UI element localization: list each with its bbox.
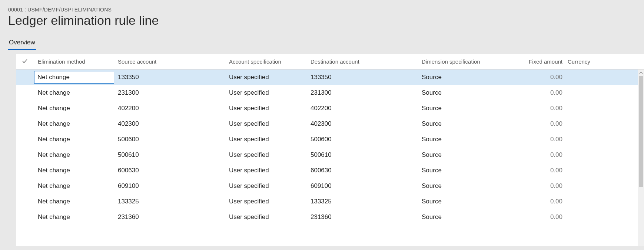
col-header-source-account[interactable]: Source account <box>116 58 228 65</box>
cell-account-specification[interactable]: User specified <box>228 151 309 159</box>
cell-account-specification[interactable]: User specified <box>228 213 309 221</box>
page-title: Ledger elimination rule line <box>8 13 644 28</box>
cell-elimination-method[interactable]: Net change <box>33 167 116 174</box>
cell-elimination-method[interactable]: Net change <box>33 182 116 190</box>
cell-elimination-method[interactable]: Net change <box>33 198 116 205</box>
tab-strip: Overview <box>8 37 644 50</box>
cell-source-account[interactable]: 133325 <box>116 198 228 205</box>
cell-elimination-method[interactable]: Net change <box>33 151 116 159</box>
cell-fixed-amount[interactable]: 0.00 <box>514 89 566 97</box>
cell-elimination-method[interactable]: Net change <box>33 136 116 143</box>
cell-destination-account[interactable]: 133350 <box>309 74 420 81</box>
cell-elimination-method[interactable]: Net change <box>33 213 116 221</box>
scroll-up-icon[interactable] <box>638 70 644 76</box>
table-row[interactable]: Net change600630User specified600630Sour… <box>16 163 644 178</box>
cell-account-specification[interactable]: User specified <box>228 120 309 128</box>
table-row[interactable]: Net change133350User specified133350Sour… <box>16 70 644 85</box>
cell-destination-account[interactable]: 402300 <box>309 120 420 128</box>
col-header-account-specification[interactable]: Account specification <box>228 58 309 65</box>
cell-fixed-amount[interactable]: 0.00 <box>514 136 566 143</box>
cell-source-account[interactable]: 231360 <box>116 213 228 221</box>
col-header-elimination-method[interactable]: Elimination method <box>33 58 116 65</box>
grid-body: Net change133350User specified133350Sour… <box>16 70 644 225</box>
cell-dimension-specification[interactable]: Source <box>420 105 514 112</box>
cell-destination-account[interactable]: 500610 <box>309 151 420 159</box>
cell-fixed-amount[interactable]: 0.00 <box>514 167 566 174</box>
cell-fixed-amount[interactable]: 0.00 <box>514 74 566 81</box>
cell-dimension-specification[interactable]: Source <box>420 213 514 221</box>
col-header-dimension-specification[interactable]: Dimension specification <box>420 58 514 65</box>
grid: Elimination method Source account Accoun… <box>16 54 644 246</box>
cell-dimension-specification[interactable]: Source <box>420 151 514 159</box>
cell-account-specification[interactable]: User specified <box>228 198 309 205</box>
cell-source-account[interactable]: 133350 <box>116 74 228 81</box>
cell-source-account[interactable]: 600630 <box>116 167 228 174</box>
cell-account-specification[interactable]: User specified <box>228 105 309 112</box>
cell-dimension-specification[interactable]: Source <box>420 74 514 81</box>
vertical-scrollbar[interactable] <box>638 70 644 246</box>
select-all-header[interactable] <box>16 58 33 65</box>
checkmark-icon <box>21 58 28 65</box>
col-header-destination-account[interactable]: Destination account <box>309 58 420 65</box>
col-header-currency[interactable]: Currency <box>566 58 593 65</box>
cell-destination-account[interactable]: 231300 <box>309 89 420 97</box>
cell-account-specification[interactable]: User specified <box>228 74 309 81</box>
col-header-fixed-amount[interactable]: Fixed amount <box>514 58 566 65</box>
cell-destination-account[interactable]: 231360 <box>309 213 420 221</box>
focused-cell[interactable]: Net change <box>34 71 114 84</box>
cell-dimension-specification[interactable]: Source <box>420 167 514 174</box>
grid-header-row: Elimination method Source account Accoun… <box>16 54 644 70</box>
table-row[interactable]: Net change500600User specified500600Sour… <box>16 132 644 147</box>
cell-destination-account[interactable]: 500600 <box>309 136 420 143</box>
cell-dimension-specification[interactable]: Source <box>420 182 514 190</box>
cell-fixed-amount[interactable]: 0.00 <box>514 198 566 205</box>
table-row[interactable]: Net change500610User specified500610Sour… <box>16 147 644 163</box>
cell-elimination-method[interactable]: Net change <box>33 105 116 112</box>
cell-destination-account[interactable]: 609100 <box>309 182 420 190</box>
table-row[interactable]: Net change231300User specified231300Sour… <box>16 85 644 101</box>
breadcrumb: 00001 : USMF/DEMF/USPI ELIMINATIONS <box>8 7 644 13</box>
cell-fixed-amount[interactable]: 0.00 <box>514 182 566 190</box>
scroll-thumb[interactable] <box>639 76 643 187</box>
cell-dimension-specification[interactable]: Source <box>420 89 514 97</box>
cell-account-specification[interactable]: User specified <box>228 182 309 190</box>
cell-source-account[interactable]: 402300 <box>116 120 228 128</box>
cell-elimination-method[interactable]: Net change <box>33 71 116 84</box>
cell-source-account[interactable]: 402200 <box>116 105 228 112</box>
cell-dimension-specification[interactable]: Source <box>420 120 514 128</box>
cell-dimension-specification[interactable]: Source <box>420 198 514 205</box>
cell-fixed-amount[interactable]: 0.00 <box>514 213 566 221</box>
cell-account-specification[interactable]: User specified <box>228 89 309 97</box>
cell-account-specification[interactable]: User specified <box>228 167 309 174</box>
table-row[interactable]: Net change402200User specified402200Sour… <box>16 101 644 116</box>
cell-fixed-amount[interactable]: 0.00 <box>514 151 566 159</box>
cell-fixed-amount[interactable]: 0.00 <box>514 120 566 128</box>
cell-dimension-specification[interactable]: Source <box>420 136 514 143</box>
cell-elimination-method[interactable]: Net change <box>33 120 116 128</box>
table-row[interactable]: Net change402300User specified402300Sour… <box>16 116 644 132</box>
cell-source-account[interactable]: 231300 <box>116 89 228 97</box>
cell-destination-account[interactable]: 600630 <box>309 167 420 174</box>
cell-source-account[interactable]: 500610 <box>116 151 228 159</box>
table-row[interactable]: Net change609100User specified609100Sour… <box>16 178 644 194</box>
cell-elimination-method[interactable]: Net change <box>33 89 116 97</box>
cell-destination-account[interactable]: 402200 <box>309 105 420 112</box>
table-row[interactable]: Net change231360User specified231360Sour… <box>16 209 644 225</box>
cell-source-account[interactable]: 609100 <box>116 182 228 190</box>
cell-account-specification[interactable]: User specified <box>228 136 309 143</box>
table-row[interactable]: Net change133325User specified133325Sour… <box>16 194 644 209</box>
cell-fixed-amount[interactable]: 0.00 <box>514 105 566 112</box>
cell-source-account[interactable]: 500600 <box>116 136 228 143</box>
cell-destination-account[interactable]: 133325 <box>309 198 420 205</box>
tab-overview[interactable]: Overview <box>8 37 36 50</box>
